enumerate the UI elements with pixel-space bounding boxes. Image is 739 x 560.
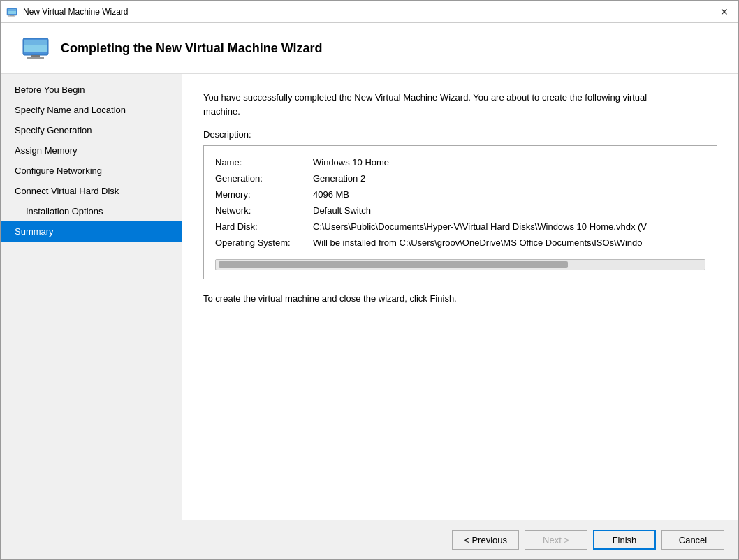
summary-row: Hard Disk:C:\Users\Public\Documents\Hype… [215,219,705,235]
main-content: You have successfully completed the New … [182,74,738,520]
close-button[interactable]: ✕ [716,3,733,20]
content-area: Before You BeginSpecify Name and Locatio… [1,74,738,520]
sidebar: Before You BeginSpecify Name and Locatio… [1,74,182,520]
summary-row-value: Default Switch [313,202,705,219]
summary-row-value: 4096 MB [313,186,705,202]
summary-row-label: Hard Disk: [215,219,313,235]
svg-rect-9 [27,57,44,59]
description-label: Description: [203,129,717,140]
scrollbar-thumb [219,261,568,268]
summary-row: Operating System:Will be installed from … [215,235,705,251]
sidebar-item-specify-name[interactable]: Specify Name and Location [1,100,182,120]
summary-row-value: Generation 2 [313,170,705,186]
summary-table: Name:Windows 10 HomeGeneration:Generatio… [215,154,705,251]
summary-row-label: Generation: [215,170,313,186]
sidebar-item-connect-vhd[interactable]: Connect Virtual Hard Disk [1,181,182,201]
cancel-button[interactable]: Cancel [661,530,724,550]
sidebar-item-configure-networking[interactable]: Configure Networking [1,161,182,181]
summary-row: Name:Windows 10 Home [215,154,705,170]
svg-rect-7 [24,40,47,45]
footer: < Previous Next > Finish Cancel [1,520,738,559]
finish-button[interactable]: Finish [593,530,656,550]
svg-rect-4 [8,15,15,16]
wizard-window: New Virtual Machine Wizard ✕ Completing … [0,0,739,560]
header-icon [22,37,50,59]
summary-row-label: Memory: [215,186,313,202]
summary-row-value: C:\Users\Public\Documents\Hyper-V\Virtua… [313,219,705,235]
header-area: Completing the New Virtual Machine Wizar… [1,23,738,74]
sidebar-item-specify-generation[interactable]: Specify Generation [1,120,182,140]
sidebar-item-installation-options[interactable]: Installation Options [1,201,182,221]
summary-row: Generation:Generation 2 [215,170,705,186]
window-title: New Virtual Machine Wizard [23,7,716,17]
summary-row-label: Operating System: [215,235,313,251]
svg-rect-3 [10,15,14,16]
summary-row: Network:Default Switch [215,202,705,219]
scrollbar-area[interactable] [215,259,705,270]
sidebar-item-summary[interactable]: Summary [1,221,182,242]
intro-text: You have successfully completed the New … [203,91,678,118]
sidebar-item-assign-memory[interactable]: Assign Memory [1,140,182,161]
summary-box: Name:Windows 10 HomeGeneration:Generatio… [203,145,717,279]
summary-row-value: Windows 10 Home [313,154,705,170]
finish-text: To create the virtual machine and close … [203,293,717,304]
svg-rect-2 [8,9,16,11]
summary-row-label: Name: [215,154,313,170]
summary-row-label: Network: [215,202,313,219]
sidebar-item-before-you-begin[interactable]: Before You Begin [1,80,182,100]
header-title: Completing the New Virtual Machine Wizar… [61,41,323,56]
svg-rect-8 [31,55,40,57]
summary-row-value: Will be installed from C:\Users\groov\On… [313,235,705,251]
summary-row: Memory:4096 MB [215,186,705,202]
next-button[interactable]: Next > [525,530,587,550]
window-icon [6,6,17,17]
title-bar: New Virtual Machine Wizard ✕ [1,1,738,23]
previous-button[interactable]: < Previous [452,530,519,550]
